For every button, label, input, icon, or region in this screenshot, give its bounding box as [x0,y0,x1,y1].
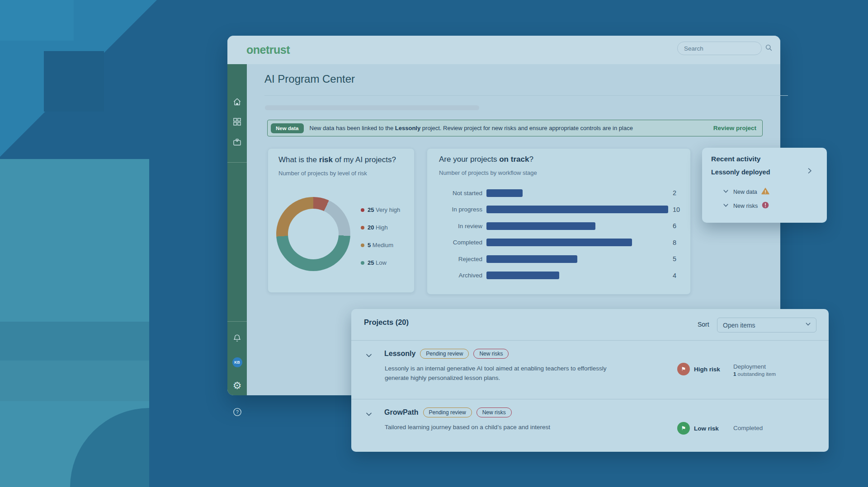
bar-track [486,222,668,230]
flag-icon: ⚑ [677,363,690,375]
sidebar-divider-top [227,162,247,163]
apps-grid-icon [232,117,242,128]
alert-circle-icon [762,201,769,211]
project-name[interactable]: GrowPath [384,408,419,417]
project-expand-chevron[interactable] [365,410,373,420]
background-dark-square [44,51,104,112]
new-data-banner: New data New data has been linked to the… [267,120,763,136]
new-data-badge: New data [271,123,304,133]
project-expand-chevron[interactable] [365,351,373,361]
background-teal-band-mid [0,361,149,401]
loading-skeleton-bar [265,105,479,110]
avatar: KB [232,357,242,367]
recent-activity-title: Recent activity [711,155,760,163]
flag-icon: ⚑ [677,422,690,435]
chevron-right-icon[interactable] [806,167,813,176]
sort-dropdown-value: Open items [723,322,805,329]
sidebar-item-home[interactable] [227,97,247,108]
chevron-down-icon [805,321,811,329]
bar [486,222,595,230]
risk-chart-title: What is the risk of my AI projects? [278,155,396,164]
project-status: Deployment1 outstanding item [733,363,776,377]
bar-row: Rejected 5 [427,251,680,267]
projects-panel: Projects (20) Sort Open items LessonlyPe… [351,309,829,452]
workflow-chart-subtitle: Number of projects by workflow stage [439,169,537,176]
bar-track [486,206,668,213]
project-badge: New risks [476,407,512,417]
activity-item-label: New data [733,189,757,195]
workflow-chart-card: Are your projects on track? Number of pr… [427,148,691,295]
project-name-row: GrowPathPending reviewNew risks [384,407,512,417]
project-description: Lessonly is an internal generative AI to… [385,364,620,383]
onetrust-logo: onetrust [246,43,290,56]
gear-icon: ⚙ [233,381,242,391]
chevron-down-icon[interactable] [722,202,729,211]
workflow-bar-chart: Not started 2 In progress 10 In review 6… [427,185,680,284]
bar-value: 6 [673,222,676,229]
activity-item: New data [722,187,769,197]
bar-row: In progress 10 [427,201,680,218]
bar-category-label: In review [427,223,482,229]
bar-category-label: Completed [427,239,482,246]
project-risk: ⚑ High risk [677,363,720,375]
sidebar-item-settings[interactable]: ⚙ [227,381,247,391]
sidebar-item-help[interactable]: ? [227,407,247,419]
project-description: Tailored learning journey based on a chi… [385,423,620,432]
legend-item: 5 Medium [361,236,400,254]
recent-activity-panel: Recent activity Lessonly deployed New da… [702,148,827,223]
bar-row: Archived 4 [427,267,680,284]
bar-track [486,255,668,263]
risk-legend: 25 Very high 20 High 5 Medium 25 Low [361,201,400,272]
review-project-link[interactable]: Review project [713,125,756,131]
sidebar-item-notifications[interactable] [227,333,247,345]
bar-row: Completed 8 [427,234,680,251]
background-teal-column [0,159,149,487]
search-box[interactable] [677,42,762,55]
help-icon: ? [232,407,242,419]
projects-title: Projects (20) [364,318,409,327]
chevron-down-icon[interactable] [722,188,729,197]
bar-category-label: In progress [427,206,482,213]
desktop-canvas: onetrust [0,0,868,487]
legend-item: 20 High [361,219,400,236]
sort-dropdown[interactable]: Open items [717,318,816,332]
banner-message: New data has been linked to the Lessonly… [310,125,708,131]
sidebar-divider-bottom [227,321,247,322]
bar-value: 2 [673,189,676,197]
page-title: AI Program Center [264,73,355,85]
legend-dot-icon [361,226,364,229]
bar [486,239,632,246]
svg-text:?: ? [236,409,239,415]
sidebar-item-projects[interactable] [227,137,247,149]
risk-chart-subtitle: Number of projects by level of risk [278,170,367,177]
project-status-primary: Deployment [733,363,776,370]
bar-category-label: Rejected [427,256,482,262]
bar-value: 8 [673,239,676,246]
bar-value: 5 [673,255,676,262]
projects-row-divider [351,399,829,399]
activity-item-label: New risks [733,203,758,209]
home-icon [232,97,242,108]
sort-label: Sort [698,321,709,328]
bar-row: In review 6 [427,218,680,234]
projects-divider [351,340,829,341]
search-input[interactable] [683,45,765,52]
project-name-row: LessonlyPending reviewNew risks [384,349,509,359]
background-corner-block [0,0,74,41]
bar-track [486,272,668,279]
warning-triangle-icon [761,187,769,197]
legend-dot-icon [361,208,364,212]
top-bar: onetrust [227,36,780,64]
bar-row: Not started 2 [427,185,680,201]
risk-chart-card: What is the risk of my AI projects? Numb… [268,148,415,293]
project-name[interactable]: Lessonly [384,350,415,358]
bar-value: 4 [673,272,676,279]
sidebar-item-profile[interactable]: KB [227,357,247,367]
sidebar-item-apps[interactable] [227,117,247,128]
risk-label: Low risk [694,425,719,432]
legend-item: 25 Very high [361,201,400,219]
legend-text: 25 Low [368,259,387,266]
briefcase-icon [232,137,242,149]
project-status: Completed [733,425,763,431]
legend-dot-icon [361,244,364,247]
